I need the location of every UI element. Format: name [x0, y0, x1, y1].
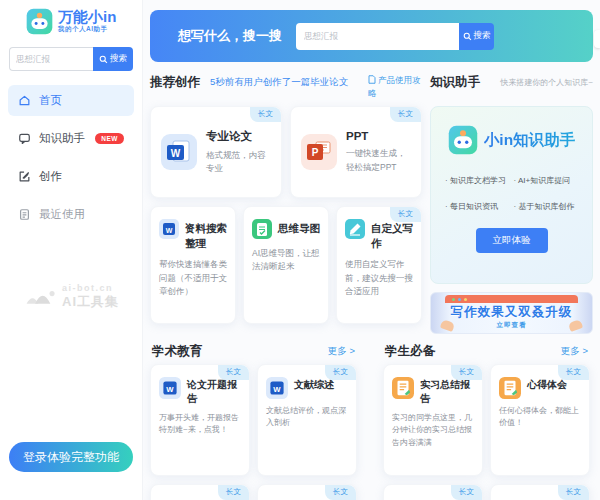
recommend-title: 推荐创作	[150, 74, 200, 91]
watermark-line1: ai-bot.cn	[62, 283, 119, 293]
card-title: 文献综述	[294, 377, 334, 392]
card-title: PPT	[346, 130, 413, 142]
long-text-badge: 长文	[390, 207, 421, 222]
knowledge-feature: 基于知识库创作	[514, 201, 583, 212]
robot-logo-icon	[26, 8, 53, 35]
word-small-icon: W	[266, 377, 288, 399]
sidebar-item-create[interactable]: 创作	[8, 161, 134, 192]
ppt-icon: P	[301, 134, 337, 170]
svg-text:W: W	[171, 148, 181, 159]
sidebar-item-knowledge[interactable]: 知识助手 NEW	[8, 123, 134, 154]
card-title: 论文开题报告	[187, 377, 241, 406]
section-title: 学生必备	[385, 343, 435, 360]
svg-text:P: P	[312, 147, 319, 158]
main-area: 想写什么，搜一搜 搜索 推荐创作 5秒前有用户创作了一篇毕业论文 产品使用攻略	[143, 0, 600, 500]
long-text-badge: 长文	[218, 485, 249, 500]
report-icon	[499, 377, 521, 399]
mindmap-icon	[252, 219, 272, 239]
sidebar-item-recent[interactable]: 最近使用	[8, 199, 134, 230]
knowledge-column: 知识助手 快来搭建你的个人知识库~ 小in知识助手	[430, 70, 593, 334]
promo-title: 写作效果又双叒升级	[431, 304, 592, 321]
card-material-search[interactable]: W 资料搜索整理 帮你快速搞懂各类问题（不适用于文章创作）	[150, 206, 236, 324]
long-text-badge: 长文	[451, 485, 482, 500]
card-literature-review[interactable]: 长文 W 文献综述 文献总结评价，观点深入剖析	[257, 364, 357, 476]
recommend-ticker: 5秒前有用户创作了一篇毕业论文	[210, 76, 348, 89]
long-text-badge: 长文	[325, 365, 356, 380]
long-text-badge: 长文	[451, 365, 482, 380]
card-internship-report[interactable]: 长文 实习总结报告 实习的同学点这里，几分钟让你的实习总结报告内容满满	[383, 364, 483, 476]
promo-cta: 立即查看	[431, 321, 592, 330]
pen-icon	[345, 219, 365, 239]
card-reflections[interactable]: 长文 心得体会 任何心得体会，都能上价值！	[490, 364, 590, 476]
partial-card[interactable]: 长文	[383, 484, 483, 500]
card-desc: 帮你快速搞懂各类问题（不适用于文章创作）	[159, 258, 227, 298]
card-mindmap[interactable]: 思维导图 AI思维导图，让想法清晰起来	[243, 206, 329, 324]
knowledge-card-logo: 小in知识助手	[431, 125, 592, 155]
card-title: 心得体会	[527, 377, 567, 392]
product-guide-link[interactable]: 产品使用攻略	[368, 74, 422, 100]
sidebar-item-label: 创作	[39, 169, 62, 184]
app-logo-text: 万能小in 我的个人AI助手	[58, 9, 116, 35]
chat-icon	[18, 132, 31, 145]
section-cards: 长文 W 论文开题报告 万事开头难，开题报告特别难~来，点我！ 长文	[150, 364, 357, 476]
knowledge-feature: 每日知识资讯	[445, 201, 514, 212]
promo-banner-topbar	[445, 295, 578, 303]
card-ppt[interactable]: 长文 P PPT 一键快速生成，轻松搞定PPT	[290, 106, 422, 198]
hero-search-button[interactable]: 搜索	[459, 23, 494, 50]
sidebar-search: 搜索	[9, 47, 133, 71]
card-title: 思维导图	[278, 219, 320, 236]
sidebar-item-label: 知识助手	[39, 131, 85, 146]
partial-card[interactable]: 长文	[257, 484, 357, 500]
card-text: 专业论文 格式规范，内容专业	[206, 129, 273, 175]
sidebar-search-button[interactable]: 搜索	[93, 47, 133, 71]
more-link[interactable]: 更多 >	[561, 345, 588, 358]
knowledge-feature: 知识库文档学习	[445, 175, 514, 186]
card-professional-thesis[interactable]: 长文 W 专业论文 格式规范，内容专业	[150, 106, 282, 198]
recommend-row1: 长文 W 专业论文 格式规范，内容专业 长文	[150, 106, 422, 198]
long-text-badge: 长文	[250, 107, 281, 122]
knowledge-feature: AI+知识库提问	[514, 175, 583, 186]
watermark-line2: AI工具集	[62, 293, 119, 311]
try-now-button[interactable]: 立即体验	[476, 228, 548, 253]
report-icon	[392, 377, 414, 399]
word-icon: W	[161, 134, 197, 170]
sidebar: 万能小in 我的个人AI助手 搜索 首页 知识助手 NEW	[0, 0, 143, 500]
more-link[interactable]: 更多 >	[328, 345, 355, 358]
hero-title: 想写什么，搜一搜	[178, 27, 282, 45]
knowledge-title: 知识助手	[430, 74, 480, 91]
edit-icon	[18, 170, 31, 183]
recommend-row2: W 资料搜索整理 帮你快速搞懂各类问题（不适用于文章创作）	[150, 206, 422, 324]
knowledge-assistant-card[interactable]: 小in知识助手 知识库文档学习 AI+知识库提问 每日知识资讯 基于知识库创作 …	[430, 106, 593, 284]
sidebar-menu: 首页 知识助手 NEW 创作 最近使用	[0, 85, 142, 230]
knowledge-subtitle: 快来搭建你的个人知识库~	[500, 74, 593, 88]
recommend-column: 推荐创作 5秒前有用户创作了一篇毕业论文 产品使用攻略 长文 W	[150, 70, 422, 332]
card-text: PPT 一键快速生成，轻松搞定PPT	[346, 130, 413, 173]
search-icon	[463, 32, 472, 41]
partial-card[interactable]: 长文	[490, 484, 590, 500]
card-title: 专业论文	[206, 129, 273, 144]
content-row: 推荐创作 5秒前有用户创作了一篇毕业论文 产品使用攻略 长文 W	[143, 62, 600, 334]
long-text-badge: 长文	[558, 485, 589, 500]
hero-search-input[interactable]	[296, 23, 459, 50]
sidebar-search-input[interactable]	[9, 47, 93, 71]
sidebar-item-home[interactable]: 首页	[8, 85, 134, 116]
home-icon	[18, 94, 31, 107]
section-header: 学生必备 更多 >	[383, 342, 590, 360]
card-custom-writing[interactable]: 长文 自定义写作 使用自定义写作前，建议先搜一搜合适应用	[336, 206, 422, 324]
word-small-icon: W	[159, 377, 181, 399]
promo-banner[interactable]: 写作效果又双叒升级 立即查看	[430, 292, 593, 334]
app-logo[interactable]: 万能小in 我的个人AI助手	[0, 0, 142, 35]
doc-icon	[368, 75, 376, 84]
long-text-badge: 长文	[390, 107, 421, 122]
card-thesis-proposal[interactable]: 长文 W 论文开题报告 万事开头难，开题报告特别难~来，点我！	[150, 364, 250, 476]
sidebar-item-label: 最近使用	[39, 207, 85, 222]
card-desc: AI思维导图，让想法清晰起来	[252, 247, 320, 273]
svg-text:W: W	[166, 227, 173, 234]
partial-card[interactable]: 长文	[150, 484, 250, 500]
section-student: 学生必备 更多 > 长文 实习总结报告 实习的同学点这里，	[383, 342, 590, 500]
login-button[interactable]: 登录体验完整功能	[9, 442, 133, 472]
robot-icon	[448, 125, 478, 155]
app-subtitle: 我的个人AI助手	[58, 25, 116, 34]
recent-doc-icon	[18, 208, 31, 221]
floating-widget[interactable]	[594, 30, 600, 48]
